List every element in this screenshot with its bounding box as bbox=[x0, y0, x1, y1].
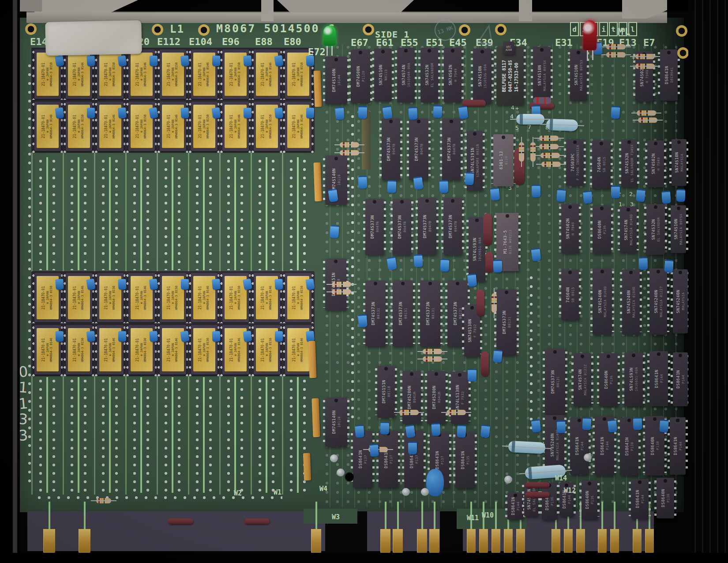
dram-label-line: 21-18470-01 bbox=[199, 115, 203, 138]
film-capacitor bbox=[358, 106, 368, 119]
ic-pin1-notch bbox=[638, 480, 642, 484]
dram-label-line: 21-18470-01 bbox=[42, 338, 46, 362]
ic-label-line: DS8641N bbox=[676, 370, 680, 388]
belfuse-delay-module: BELFUSE 81170447-0250-8516-17533-00 bbox=[496, 47, 524, 105]
ic-label-line: DM74S373N bbox=[453, 302, 458, 325]
ic-chip: DS8640NP136 bbox=[599, 353, 618, 406]
ic-pins-left bbox=[618, 209, 620, 250]
ic-label-line: H 7949 bbox=[454, 68, 458, 82]
ic-label-line: SN74S02N bbox=[651, 153, 656, 174]
film-capacitor bbox=[468, 369, 477, 382]
blank-inspection-sticker bbox=[45, 20, 142, 56]
ic-label-line: SN74S32N bbox=[651, 219, 656, 240]
ic-pins-right bbox=[584, 142, 586, 183]
mounting-hole bbox=[152, 24, 163, 35]
ic-label-line: P137 bbox=[440, 456, 444, 465]
capacitor-band bbox=[520, 114, 523, 125]
resistor-lead bbox=[326, 291, 356, 292]
resistor bbox=[332, 289, 351, 295]
resistor-lead bbox=[535, 155, 565, 156]
ic-label-line: DS8640N bbox=[597, 220, 602, 238]
ic-pins-right bbox=[384, 201, 386, 253]
ic-chip: SN74S10NMALAYSIA 80Y5X bbox=[570, 49, 587, 101]
ic-pins-left bbox=[471, 51, 473, 102]
film-capacitor bbox=[382, 106, 393, 120]
ic-label-line: 8047B bbox=[375, 221, 379, 232]
ic-pins-right bbox=[686, 420, 688, 472]
ic-label-line: P144 bbox=[681, 375, 685, 384]
ic-chip: SN74S74N1910544-00A bbox=[397, 48, 415, 102]
ic-pin1-notch bbox=[435, 372, 438, 376]
ic-pins-right bbox=[668, 354, 670, 404]
film-capacitor bbox=[661, 190, 671, 204]
film-capacitor bbox=[583, 190, 593, 204]
bypass-capacitor bbox=[274, 55, 284, 67]
dram-label-line: HM4864-3 8146 bbox=[300, 114, 304, 139]
ic-pins-right bbox=[653, 54, 655, 99]
ic-label-line: SN74LS138N bbox=[455, 385, 460, 411]
ic-pin1-notch bbox=[600, 207, 604, 210]
ic-pin1-notch bbox=[404, 49, 408, 53]
ic-label-line: P138 bbox=[630, 442, 634, 451]
dram-label-line: 21-18470-01 bbox=[42, 286, 46, 310]
sip-resistor-pack-dark bbox=[362, 111, 371, 170]
ic-label-line: MALAYSIA 8140D bbox=[555, 429, 559, 460]
dram-label-line: 21-18470-01 bbox=[136, 115, 140, 138]
ic-pin1-notch bbox=[654, 142, 657, 145]
ic-pins-left bbox=[323, 158, 325, 202]
edge-finger bbox=[576, 529, 585, 553]
bypass-capacitor bbox=[149, 107, 158, 119]
film-capacitor bbox=[355, 424, 364, 438]
resistor-lead bbox=[534, 138, 564, 139]
ic-label-line: F 7932 bbox=[473, 324, 477, 337]
resistor-lead bbox=[601, 46, 631, 47]
film-capacitor bbox=[408, 442, 417, 454]
ic-chip: SN74S02NH 7949 bbox=[647, 140, 664, 187]
ic-label-line: SB 8015 bbox=[571, 287, 575, 302]
ic-label-line: SN74LS191N bbox=[470, 147, 475, 174]
logo-letter-box: i bbox=[599, 22, 608, 36]
resistor-lead bbox=[533, 137, 533, 167]
resistor bbox=[423, 356, 442, 362]
ic-chip: SN74S10N1S1053G-00A bbox=[473, 49, 492, 104]
ic-chip: DM74S373N8047B bbox=[409, 118, 428, 180]
ic-pins-left bbox=[442, 50, 444, 100]
ic-pins-left bbox=[645, 143, 647, 185]
dram-label-line: 21-18470-01 bbox=[230, 338, 234, 362]
film-capacitor bbox=[335, 106, 345, 120]
dram-label-line: 21-18470-01 bbox=[136, 338, 140, 362]
ic-label-line: EL SALVADOR bbox=[430, 63, 434, 87]
bypass-capacitor bbox=[306, 108, 314, 118]
ic-pin1-notch bbox=[334, 58, 338, 61]
dram-label-line: HM4864-3 8146 bbox=[238, 338, 241, 362]
dram-label-line: 21-18470-01 bbox=[230, 63, 234, 86]
silkscreen-jumper-w14: W14 bbox=[555, 474, 573, 482]
dram-label-line: HM4864-3 8146 bbox=[81, 286, 85, 310]
ic-pin1-notch bbox=[540, 48, 544, 52]
ic-pin1-notch bbox=[334, 157, 338, 160]
ic-label-line: R641M bbox=[437, 392, 441, 403]
bypass-capacitor bbox=[180, 331, 190, 343]
ic-label-line: SN74S74N bbox=[578, 369, 582, 390]
ic-label-line: MALAYSIA 80Y5X bbox=[543, 60, 547, 91]
ic-pins-left bbox=[633, 54, 635, 99]
dram-label-line: HM4864-3 8150 bbox=[238, 286, 241, 310]
axial-capacitor bbox=[481, 351, 489, 377]
resistor bbox=[540, 153, 560, 158]
film-capacitor bbox=[387, 180, 397, 193]
ic-pins-left bbox=[407, 121, 409, 178]
ic-label-line: SN74S10N bbox=[574, 64, 578, 85]
edge-finger bbox=[380, 529, 390, 553]
resistor-lead bbox=[630, 56, 660, 57]
via-field bbox=[68, 377, 90, 493]
ic-pins-left bbox=[363, 283, 365, 344]
metal-bracket-mid bbox=[273, 0, 418, 12]
edge-finger bbox=[479, 529, 488, 553]
ic-label-line: DS8640N bbox=[661, 489, 665, 507]
mounting-hole bbox=[198, 24, 210, 36]
via-field bbox=[224, 157, 247, 270]
bypass-capacitor bbox=[243, 279, 252, 291]
ic-pin1-notch bbox=[553, 350, 557, 354]
ic-chip: 6301-1J8128 bbox=[493, 134, 514, 186]
ic-label-line: DS8641N bbox=[673, 437, 678, 455]
